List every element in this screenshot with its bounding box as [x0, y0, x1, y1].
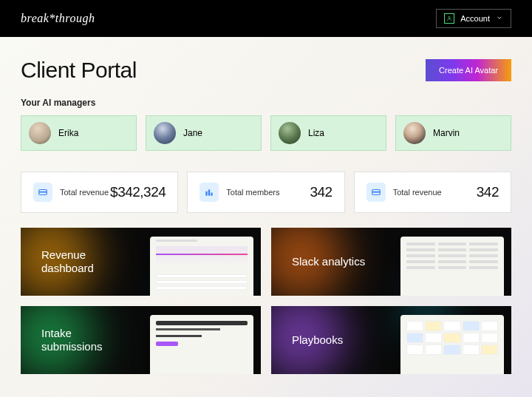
create-ai-avatar-button[interactable]: Create AI Avatar — [426, 59, 511, 81]
manager-card-liza[interactable]: Liza — [270, 115, 386, 151]
svg-rect-7 — [372, 191, 380, 193]
svg-rect-3 — [206, 191, 208, 196]
stat-card-members: Total members 342 — [187, 172, 344, 213]
manager-card-marvin[interactable]: Marvin — [395, 115, 511, 151]
stat-label: Total revenue — [393, 188, 442, 197]
managers-list: Erika Jane Liza Marvin — [21, 115, 511, 151]
svg-rect-4 — [208, 190, 210, 196]
stat-card-revenue-2: Total revenue 342 — [354, 172, 511, 213]
svg-rect-2 — [39, 191, 47, 193]
stat-value: 342 — [477, 184, 499, 200]
avatar — [403, 122, 426, 144]
panel-preview — [400, 237, 504, 296]
panel-title: Revenue dashboard — [41, 248, 130, 275]
panel-playbooks[interactable]: Playbooks — [271, 306, 511, 374]
page-title: Client Portal — [21, 58, 137, 83]
stat-card-revenue: Total revenue $342,324 — [21, 172, 178, 213]
top-header: break*through Account — [0, 0, 532, 37]
panel-preview — [400, 315, 504, 374]
stat-label: Total revenue — [60, 188, 109, 197]
managers-section-label: Your AI managers — [21, 98, 511, 108]
stat-value: 342 — [310, 184, 332, 200]
account-dropdown[interactable]: Account — [436, 9, 511, 28]
logo: break*through — [21, 12, 95, 25]
stat-label: Total members — [226, 188, 279, 197]
panel-title: Playbooks — [292, 333, 343, 347]
bars-icon — [200, 183, 219, 202]
manager-card-erika[interactable]: Erika — [21, 115, 137, 151]
manager-name: Liza — [308, 128, 324, 138]
account-label: Account — [460, 14, 490, 23]
chevron-down-icon — [496, 14, 503, 23]
panel-preview — [150, 315, 253, 374]
panel-title: Slack analytics — [292, 255, 365, 268]
panel-revenue-dashboard[interactable]: Revenue dashboard — [21, 228, 261, 296]
card-icon — [33, 183, 52, 202]
card-icon — [366, 183, 386, 202]
panel-slack-analytics[interactable]: Slack analytics — [271, 228, 511, 296]
panel-title: Intake submissions — [41, 327, 130, 353]
panel-preview — [150, 237, 253, 296]
avatar — [29, 122, 51, 144]
avatar — [154, 122, 176, 144]
manager-name: Marvin — [433, 128, 460, 138]
manager-name: Erika — [58, 128, 78, 138]
user-icon — [444, 13, 454, 24]
stat-value: $342,324 — [110, 184, 166, 200]
stats-row: Total revenue $342,324 Total members 342… — [21, 172, 511, 213]
manager-card-jane[interactable]: Jane — [146, 115, 262, 151]
manager-name: Jane — [183, 128, 202, 138]
avatar — [279, 122, 301, 144]
panel-intake-submissions[interactable]: Intake submissions — [21, 306, 261, 374]
panels-grid: Revenue dashboard Slack analytics — [21, 228, 511, 374]
svg-point-0 — [449, 16, 451, 18]
svg-rect-5 — [211, 193, 213, 196]
